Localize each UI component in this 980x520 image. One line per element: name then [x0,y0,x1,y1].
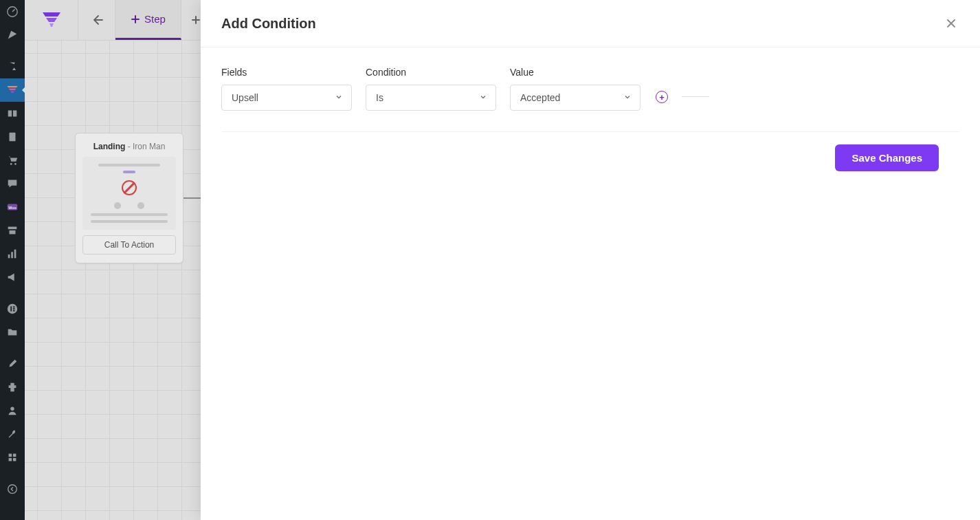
chevron-down-icon [335,92,343,103]
fields-label: Fields [221,67,352,78]
fields-group: Fields Upsell [221,67,352,111]
chevron-down-icon [623,92,632,103]
value-value: Accepted [520,92,560,103]
close-icon [944,17,958,30]
close-button[interactable] [943,15,959,32]
value-group: Value Accepted [510,67,641,111]
panel-footer: Save Changes [221,132,959,184]
value-label: Value [510,67,641,78]
condition-value: Is [376,92,383,103]
fields-select[interactable]: Upsell [221,85,352,111]
panel-title: Add Condition [221,16,316,32]
fields-value: Upsell [232,92,258,103]
condition-select[interactable]: Is [366,85,496,111]
condition-group: Condition Is [366,67,496,111]
value-select[interactable]: Accepted [510,85,641,111]
add-condition-button[interactable]: + [656,91,668,103]
plus-icon: + [659,93,665,102]
panel-body: Fields Upsell Condition Is Value Accepte… [201,47,980,203]
chevron-down-icon [479,92,487,103]
save-changes-button[interactable]: Save Changes [835,144,939,171]
panel-header: Add Condition [201,0,980,47]
condition-label: Condition [366,67,496,78]
connector-line [682,96,709,97]
add-condition-panel: Add Condition Fields Upsell Condition Is [201,0,980,520]
condition-row: Fields Upsell Condition Is Value Accepte… [221,67,959,132]
